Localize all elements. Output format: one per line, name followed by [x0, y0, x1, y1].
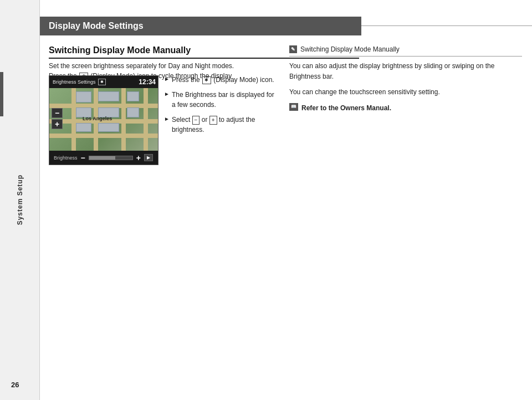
step-3-text: Select − or + to adjust the brightness.: [172, 115, 275, 135]
note-body-2: You can change the touchscreen sensitivi…: [289, 87, 522, 98]
refer-text: Refer to the Owners Manual.: [301, 103, 391, 114]
brightness-plus: +: [136, 153, 141, 162]
step-3: ► Select − or + to adjust the brightness…: [164, 115, 275, 135]
step-1-arrow: ►: [164, 76, 170, 82]
sidebar-accent-bar: [0, 72, 3, 116]
screenshot-bottombar: Brightness − + ▶: [49, 151, 158, 165]
map-controls: − +: [52, 108, 63, 129]
brightness-minus: −: [81, 153, 85, 162]
screenshot-mode-icon: ✱: [98, 79, 106, 85]
step3-plus: +: [209, 116, 217, 125]
sidebar: System Setup: [0, 0, 40, 400]
brightness-bar-fill: [89, 156, 115, 160]
note-body: You can also adjust the display brightne…: [289, 61, 522, 113]
screenshot-time: 12:34: [139, 78, 156, 86]
map-city-label: Los Angeles: [83, 116, 112, 121]
map-road-v4: [144, 88, 148, 152]
sidebar-label: System Setup: [16, 175, 24, 225]
note-body-1: You can also adjust the display brightne…: [289, 61, 522, 81]
step-2-text: The Brightness bar is displayed for a fe…: [172, 90, 275, 110]
map-minus-btn: −: [52, 108, 63, 118]
refer-icon: 📖: [289, 103, 298, 111]
header-title: Display Mode Settings: [49, 21, 144, 31]
step-2: ► The Brightness bar is displayed for a …: [164, 90, 275, 110]
map-building-1: [76, 91, 91, 102]
refer-line: 📖 Refer to the Owners Manual.: [289, 103, 522, 114]
step-1: ► Press the ✱ (Display Mode) icon.: [164, 75, 275, 85]
map-building-7: [76, 123, 91, 132]
map-plus-btn: +: [52, 119, 63, 129]
map-area: − + Los Angeles: [49, 88, 158, 152]
header-bar: Display Mode Settings: [40, 17, 361, 35]
note-icon: ✎: [289, 45, 297, 53]
map-road-h3: [49, 134, 158, 138]
header-line: [361, 25, 532, 26]
map-building-2: [98, 91, 119, 101]
steps-area: ► Press the ✱ (Display Mode) icon. ► The…: [164, 75, 275, 140]
brightness-bar: [89, 156, 133, 160]
brightness-arrow: ▶: [144, 154, 153, 161]
note-header-title: Switching Display Mode Manually: [300, 45, 400, 53]
page-number: 26: [11, 381, 19, 389]
step-3-arrow: ►: [164, 116, 170, 122]
map-building-8: [98, 123, 119, 132]
map-building-5: [127, 91, 139, 101]
map-road-v1: [71, 88, 76, 152]
main-content: Display Mode Settings Switching Display …: [40, 0, 532, 400]
note-box: ✎ Switching Display Mode Manually You ca…: [289, 45, 522, 113]
map-road-v3: [121, 88, 126, 152]
screenshot-brightness-title: Brightness Settings: [53, 79, 96, 85]
refer-strong: Refer to the Owners Manual.: [301, 104, 391, 112]
screenshot-topbar-left: Brightness Settings ✱: [53, 79, 106, 85]
step-2-arrow: ►: [164, 91, 170, 97]
note-header: ✎ Switching Display Mode Manually: [289, 45, 522, 57]
step1-mode-icon: ✱: [202, 76, 211, 84]
brightness-label: Brightness: [54, 155, 78, 161]
screenshot-topbar: Brightness Settings ✱ 12:34: [49, 76, 158, 88]
map-building-6: [127, 107, 139, 117]
screenshot-mockup: Brightness Settings ✱ 12:34: [49, 75, 158, 165]
step3-minus: −: [192, 116, 200, 125]
step-1-text: Press the ✱ (Display Mode) icon.: [172, 75, 274, 85]
